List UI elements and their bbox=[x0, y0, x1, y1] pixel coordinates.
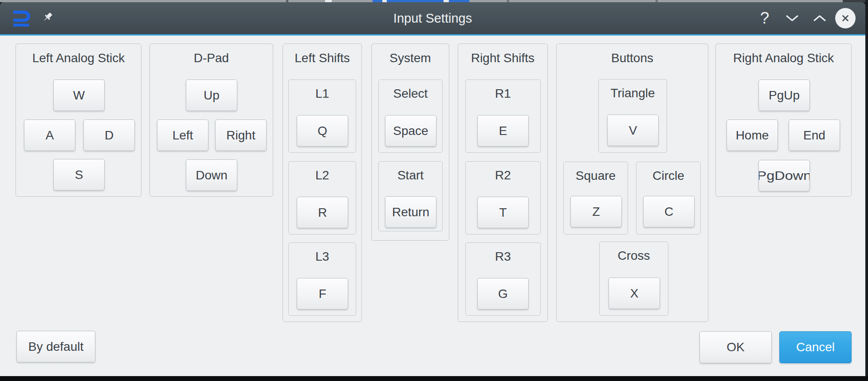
right-analog-up-key-button[interactable]: PgUp bbox=[758, 79, 810, 111]
r2-key-button[interactable]: T bbox=[477, 197, 529, 228]
subgroup-title: Select bbox=[379, 87, 442, 101]
subgroup-title: L1 bbox=[289, 87, 356, 101]
right-analog-left-key-button[interactable]: Home bbox=[727, 119, 778, 151]
subgroup-l2: L2 R bbox=[288, 161, 356, 234]
r1-key-button[interactable]: E bbox=[477, 115, 529, 147]
group-right-shifts: Right Shifts R1 E R2 T R3 G bbox=[458, 44, 548, 322]
subgroup-title: R1 bbox=[466, 87, 540, 101]
titlebar[interactable]: Input Settings ? bbox=[0, 2, 865, 34]
ok-button[interactable]: OK bbox=[699, 331, 772, 363]
group-title: System bbox=[372, 51, 449, 65]
dialog-content: Left Analog Stick W A D S D-Pad Up Left … bbox=[0, 36, 865, 376]
left-analog-up-key-button[interactable]: W bbox=[53, 79, 105, 111]
subgroup-title: Circle bbox=[636, 169, 700, 183]
dpad-right-key-button[interactable]: Right bbox=[215, 119, 267, 151]
select-key-button[interactable]: Space bbox=[385, 115, 436, 147]
l2-key-button[interactable]: R bbox=[297, 197, 348, 228]
help-icon[interactable]: ? bbox=[758, 9, 772, 27]
subgroup-square: Square Z bbox=[563, 162, 628, 234]
square-key-button[interactable]: Z bbox=[570, 196, 622, 227]
subgroup-r1: R1 E bbox=[465, 79, 541, 153]
group-title: Right Shifts bbox=[458, 51, 547, 65]
group-title: Buttons bbox=[557, 51, 708, 65]
l3-key-button[interactable]: F bbox=[297, 278, 348, 310]
subgroup-r2: R2 T bbox=[465, 161, 541, 234]
subgroup-l3: L3 F bbox=[288, 242, 356, 316]
right-analog-right-key-button[interactable]: End bbox=[789, 119, 840, 151]
subgroup-title: L2 bbox=[289, 168, 356, 183]
chevron-up-icon[interactable] bbox=[813, 9, 827, 27]
left-analog-down-key-button[interactable]: S bbox=[53, 159, 105, 190]
desktop-edge-right bbox=[865, 0, 868, 381]
subgroup-l1: L1 Q bbox=[288, 79, 356, 153]
group-title: Left Analog Stick bbox=[16, 51, 141, 65]
subgroup-circle: Circle C bbox=[636, 162, 701, 234]
subgroup-title: Start bbox=[379, 168, 442, 183]
desktop-edge-bottom bbox=[0, 376, 868, 381]
dpad-up-key-button[interactable]: Up bbox=[186, 79, 237, 111]
subgroup-start: Start Return bbox=[378, 161, 443, 231]
subgroup-title: L3 bbox=[289, 250, 356, 264]
by-default-button[interactable]: By default bbox=[16, 331, 95, 362]
start-key-button[interactable]: Return bbox=[385, 196, 436, 228]
dpad-down-key-button[interactable]: Down bbox=[186, 159, 237, 191]
subgroup-title: Cross bbox=[600, 249, 668, 263]
cross-key-button[interactable]: X bbox=[609, 278, 660, 309]
dpad-left-key-button[interactable]: Left bbox=[157, 119, 208, 151]
right-analog-down-key-button[interactable]: PgDown bbox=[758, 160, 810, 191]
triangle-key-button[interactable]: V bbox=[607, 115, 659, 146]
left-analog-right-key-button[interactable]: D bbox=[83, 119, 135, 151]
screen: Input Settings ? Left Analog Stick W A D bbox=[0, 0, 868, 381]
group-system: System Select Space Start Return bbox=[371, 44, 449, 241]
chevron-down-icon[interactable] bbox=[785, 9, 799, 27]
subgroup-title: Square bbox=[564, 169, 628, 183]
left-analog-left-key-button[interactable]: A bbox=[24, 119, 75, 151]
close-icon[interactable] bbox=[835, 8, 856, 28]
group-left-shifts: Left Shifts L1 Q L2 R L3 F bbox=[283, 44, 362, 322]
group-title: D-Pad bbox=[150, 51, 273, 65]
group-dpad: D-Pad Up Left Right Down bbox=[149, 44, 273, 197]
circle-key-button[interactable]: C bbox=[643, 196, 695, 227]
group-title: Left Shifts bbox=[283, 51, 361, 65]
subgroup-title: R2 bbox=[466, 168, 540, 183]
window-title: Input Settings bbox=[0, 2, 865, 34]
cancel-button[interactable]: Cancel bbox=[779, 331, 852, 363]
subgroup-select: Select Space bbox=[378, 79, 443, 153]
subgroup-title: R3 bbox=[466, 250, 540, 264]
subgroup-cross: Cross X bbox=[599, 242, 668, 316]
group-right-analog-stick: Right Analog Stick PgUp Home End PgDown bbox=[715, 44, 852, 197]
subgroup-title: Triangle bbox=[599, 86, 667, 100]
r3-key-button[interactable]: G bbox=[477, 278, 529, 310]
subgroup-triangle: Triangle V bbox=[598, 79, 667, 153]
group-title: Right Analog Stick bbox=[716, 51, 851, 65]
l1-key-button[interactable]: Q bbox=[297, 115, 348, 147]
group-left-analog-stick: Left Analog Stick W A D S bbox=[16, 44, 141, 197]
group-buttons: Buttons Triangle V Square Z Circle C Cro… bbox=[556, 44, 708, 322]
subgroup-r3: R3 G bbox=[465, 242, 541, 316]
